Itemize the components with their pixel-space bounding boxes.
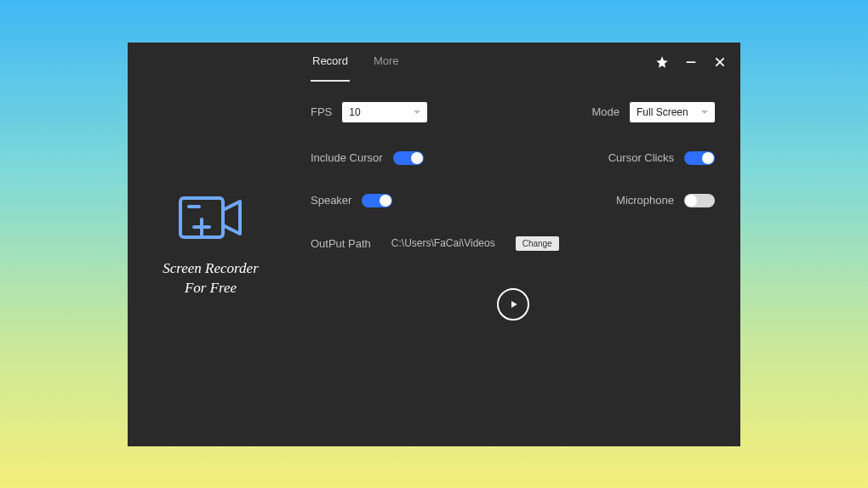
mode-label: Mode (591, 105, 620, 118)
app-title-line1: Screen Recorder (163, 259, 259, 279)
mode-value: Full Screen (637, 106, 688, 118)
app-window: Screen Recorder For Free Record More (128, 43, 740, 446)
play-icon (506, 298, 520, 311)
tabs: Record More (294, 43, 401, 82)
tab-record[interactable]: Record (311, 43, 350, 82)
sidebar: Screen Recorder For Free (128, 43, 294, 446)
cursor-clicks-toggle[interactable] (684, 151, 715, 165)
include-cursor-label: Include Cursor (311, 151, 383, 164)
minimize-icon[interactable] (684, 55, 698, 69)
close-icon[interactable] (713, 55, 727, 69)
settings-content: FPS 10 Mode Full Screen Include Cursor (294, 82, 740, 446)
microphone-label: Microphone (616, 194, 674, 207)
cursor-clicks-label: Cursor Clicks (608, 151, 674, 164)
microphone-toggle[interactable] (684, 194, 715, 207)
mode-select[interactable]: Full Screen (630, 102, 715, 122)
svg-rect-4 (687, 61, 696, 63)
include-cursor-toggle[interactable] (393, 151, 424, 165)
tab-more[interactable]: More (372, 43, 401, 82)
app-title-line2: For Free (163, 279, 259, 298)
change-path-button[interactable]: Change (516, 236, 559, 251)
fps-select[interactable]: 10 (342, 102, 427, 122)
output-path-label: OutPut Path (311, 237, 371, 250)
star-icon[interactable] (655, 55, 669, 69)
main-panel: Record More FPS 1 (294, 43, 740, 446)
record-button[interactable] (497, 288, 529, 321)
output-path-value: C:\Users\FaCai\Videos (391, 237, 495, 249)
titlebar: Record More (294, 43, 740, 82)
fps-value: 10 (349, 106, 360, 118)
speaker-toggle[interactable] (362, 194, 392, 207)
app-logo-icon (174, 190, 248, 249)
speaker-label: Speaker (311, 194, 351, 207)
fps-label: FPS (311, 105, 332, 118)
window-controls (655, 43, 734, 82)
app-title: Screen Recorder For Free (163, 259, 259, 298)
